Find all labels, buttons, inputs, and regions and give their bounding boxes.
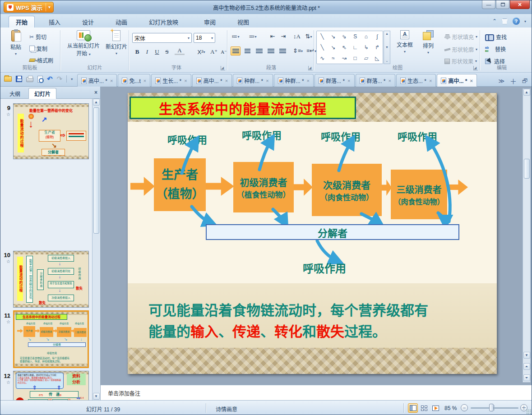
- document-tab[interactable]: 高中... *×: [77, 74, 117, 87]
- close-tab-icon[interactable]: ×: [389, 78, 391, 83]
- close-tab-icon[interactable]: ×: [225, 78, 228, 83]
- play-from-current-button[interactable]: 从当前幻灯片开始 ▾: [64, 30, 103, 57]
- slide-sorter-button[interactable]: [419, 403, 429, 413]
- minimize-button[interactable]: —: [482, 0, 495, 9]
- shape-icon[interactable]: ≈: [328, 53, 338, 64]
- close-tab-icon[interactable]: ×: [143, 78, 146, 83]
- document-tab-active[interactable]: 高中... *×: [437, 74, 476, 87]
- slide-thumbnail-9[interactable]: 能量在第一营养级中的变化 能量流动的过程 ↓ ↗ 生产者(植物) ⇨ ↘ 分解者: [13, 103, 89, 159]
- shape-icon[interactable]: ↝: [339, 53, 350, 64]
- undo-icon[interactable]: ↶: [47, 75, 53, 83]
- shape-icon[interactable]: ↱: [372, 42, 383, 53]
- new-slide-button[interactable]: 新幻灯片▾: [105, 30, 128, 55]
- document-tab[interactable]: 群落... *×: [315, 74, 354, 87]
- scroll-down-icon[interactable]: ▼: [523, 352, 530, 359]
- shapes-gallery[interactable]: ╲↘⇘S⌂∫ ╲↘⇖∟↳↱ ∿≈↝□▱◺: [316, 31, 383, 64]
- close-panel-icon[interactable]: ×: [94, 89, 97, 96]
- format-painter-button[interactable]: 格式刷: [29, 56, 53, 64]
- document-tab[interactable]: 高中... *×: [192, 74, 232, 87]
- bold-button[interactable]: B: [132, 47, 142, 56]
- toolbar-options-icon[interactable]: ▾: [71, 77, 73, 81]
- previous-slide-button[interactable]: ⏶: [523, 363, 530, 370]
- document-tab[interactable]: 生长... *×: [151, 74, 191, 87]
- drawing-dialog-launcher[interactable]: ◢: [473, 66, 478, 70]
- copy-button[interactable]: 复制: [29, 45, 47, 52]
- shape-icon[interactable]: ↳: [361, 42, 371, 53]
- tab-home[interactable]: 开始: [9, 16, 35, 28]
- zoom-slider-track[interactable]: [471, 407, 518, 409]
- arrange-button[interactable]: 排列▾: [418, 30, 438, 55]
- document-tab[interactable]: 群落... *×: [356, 74, 395, 87]
- document-tab[interactable]: 生态... *×: [396, 74, 436, 87]
- shape-icon[interactable]: ╲: [317, 42, 328, 53]
- print-icon[interactable]: [26, 77, 33, 82]
- shape-outline-button[interactable]: 形状轮廓▾: [444, 46, 477, 53]
- panel-scroll-thumb[interactable]: [93, 107, 99, 234]
- new-tab-icon[interactable]: ＋: [510, 76, 517, 86]
- tab-review[interactable]: 审阅: [197, 16, 222, 28]
- scroll-down-icon[interactable]: ▼: [93, 393, 100, 400]
- increase-indent-button[interactable]: ⇥: [278, 32, 288, 41]
- italic-button[interactable]: I: [142, 47, 152, 56]
- document-tab[interactable]: 种群... *×: [274, 74, 314, 87]
- slide-editor[interactable]: 生态系统中的能量流动过程 呼吸作用 呼吸作用 呼吸作用 呼吸作用 生产者（植物）…: [101, 87, 532, 385]
- tab-animation[interactable]: 动画: [109, 16, 134, 28]
- find-button[interactable]: 查找: [485, 33, 507, 41]
- document-tab[interactable]: 种群... *×: [233, 74, 273, 87]
- font-size-select[interactable]: 18▾: [194, 33, 215, 43]
- shape-icon[interactable]: ⌂: [361, 31, 371, 42]
- notes-placeholder[interactable]: 单击添加备注: [108, 389, 140, 397]
- tab-list-icon[interactable]: 🗗: [522, 78, 528, 84]
- panel-scrollbar[interactable]: ▲ ▼: [92, 99, 100, 400]
- shape-icon[interactable]: ∟: [350, 42, 361, 53]
- next-slide-button[interactable]: ⏷: [523, 374, 530, 381]
- slide-thumbnail-11-selected[interactable]: 生态系统中的能量流动过程 呼吸作用 呼吸作用 呼吸作用 呼吸作用 生产者 初级消…: [13, 310, 89, 368]
- shape-icon[interactable]: ↘: [328, 42, 338, 53]
- close-tab-icon[interactable]: ×: [470, 78, 472, 83]
- font-dialog-launcher[interactable]: ◢: [221, 66, 225, 70]
- text-direction-button[interactable]: ⇅▾: [304, 32, 314, 41]
- close-tab-icon[interactable]: ×: [110, 78, 113, 83]
- paragraph-dialog-launcher[interactable]: ◢: [308, 66, 313, 70]
- shape-icon[interactable]: ↘: [328, 31, 338, 42]
- shape-icon[interactable]: ▱: [361, 53, 371, 64]
- scroll-up-icon[interactable]: ▲: [523, 89, 530, 96]
- tab-view[interactable]: 视图: [231, 16, 256, 28]
- shape-icon[interactable]: ⇘: [339, 31, 350, 42]
- slideshow-button[interactable]: [430, 403, 440, 413]
- tab-slides[interactable]: 幻灯片: [28, 88, 56, 99]
- paragraph-spacing-button[interactable]: ≡↵▾: [306, 46, 316, 55]
- notes-area[interactable]: 单击添加备注: [101, 385, 532, 400]
- shape-icon[interactable]: ∫: [372, 31, 383, 42]
- align-left-button[interactable]: [231, 46, 241, 55]
- superscript-button[interactable]: X²▾: [194, 47, 208, 56]
- font-name-select[interactable]: 宋体▾: [132, 33, 192, 43]
- skin-icon[interactable]: [501, 18, 508, 24]
- cut-button[interactable]: ✂剪切: [29, 33, 46, 41]
- save-icon[interactable]: [16, 76, 22, 82]
- close-tab-icon[interactable]: ×: [347, 78, 350, 83]
- zoom-slider-thumb[interactable]: [489, 404, 494, 411]
- close-tab-icon[interactable]: ×: [429, 78, 432, 83]
- tab-design[interactable]: 设计: [75, 16, 101, 28]
- bullets-button[interactable]: ≔▾: [231, 32, 241, 41]
- print-preview-icon[interactable]: [37, 76, 43, 83]
- shape-icon[interactable]: ◺: [372, 53, 383, 64]
- line-spacing-button[interactable]: ⇕≡▾: [293, 46, 303, 55]
- increase-font-button[interactable]: A⁺: [209, 47, 219, 56]
- replace-button[interactable]: abac替换: [485, 45, 506, 53]
- shape-fill-button[interactable]: 形状填充▾: [444, 33, 477, 41]
- shape-icon[interactable]: ⇖: [339, 42, 350, 53]
- scroll-up-icon[interactable]: ▲: [93, 99, 100, 106]
- paste-button[interactable]: 粘贴▾: [6, 30, 26, 56]
- help-icon[interactable]: ?: [513, 18, 520, 25]
- zoom-out-button[interactable]: −: [461, 404, 468, 411]
- justify-button[interactable]: [266, 46, 276, 55]
- shape-icon[interactable]: ╲: [317, 31, 328, 42]
- redo-icon[interactable]: ↷: [57, 75, 63, 83]
- open-icon[interactable]: [4, 76, 12, 82]
- chevron-down-icon[interactable]: ▾: [524, 19, 526, 23]
- numbering-button[interactable]: ≕▾: [248, 32, 258, 41]
- slide-canvas[interactable]: 生态系统中的能量流动过程 呼吸作用 呼吸作用 呼吸作用 呼吸作用 生产者（植物）…: [128, 93, 497, 374]
- font-color-button[interactable]: A: [175, 47, 185, 55]
